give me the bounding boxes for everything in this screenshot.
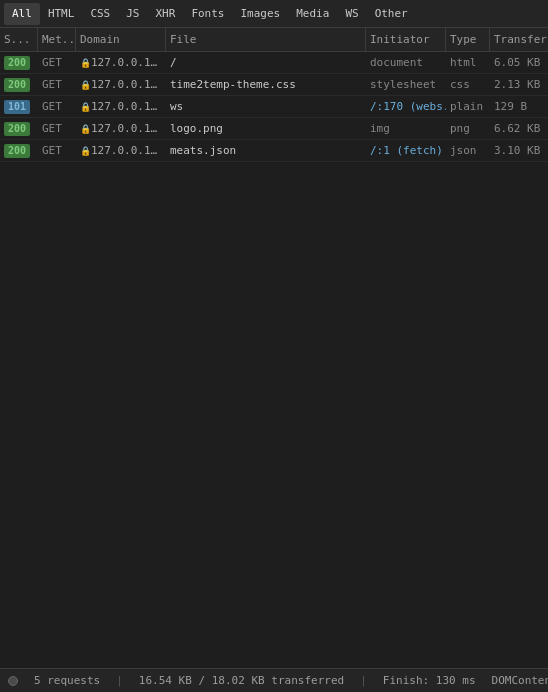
lock-icon: 🔒 bbox=[80, 146, 91, 156]
col-header-method[interactable]: Met... bbox=[38, 28, 76, 51]
cell-file: meats.json bbox=[166, 140, 366, 161]
col-header-type[interactable]: Type bbox=[446, 28, 490, 51]
filter-tab-other[interactable]: Other bbox=[367, 3, 416, 25]
cell-file: time2temp-theme.css bbox=[166, 74, 366, 95]
col-header-domain[interactable]: Domain bbox=[76, 28, 166, 51]
col-header-file[interactable]: File bbox=[166, 28, 366, 51]
status-indicator bbox=[8, 676, 18, 686]
status-badge: 200 bbox=[4, 78, 30, 92]
cell-type: json bbox=[446, 140, 490, 161]
table-row[interactable]: 200GET🔒127.0.0.1...meats.json/:1 (fetch)… bbox=[0, 140, 548, 162]
cell-file: logo.png bbox=[166, 118, 366, 139]
cell-method: GET bbox=[38, 118, 76, 139]
cell-type: png bbox=[446, 118, 490, 139]
cell-type: plain bbox=[446, 96, 490, 117]
cell-method: GET bbox=[38, 74, 76, 95]
filter-tab-js[interactable]: JS bbox=[118, 3, 147, 25]
filter-tab-fonts[interactable]: Fonts bbox=[183, 3, 232, 25]
cell-method: GET bbox=[38, 140, 76, 161]
cell-initiator: /:1 (fetch) bbox=[366, 140, 446, 161]
table-row[interactable]: 200GET🔒127.0.0.1.../documenthtml6.05 KB bbox=[0, 52, 548, 74]
cell-domain: 🔒127.0.0.1... bbox=[76, 96, 166, 117]
domain-text: 127.0.0.1... bbox=[91, 56, 162, 69]
domain-text: 127.0.0.1... bbox=[91, 100, 162, 113]
cell-domain: 🔒127.0.0.1... bbox=[76, 140, 166, 161]
lock-icon: 🔒 bbox=[80, 124, 91, 134]
filter-tab-media[interactable]: Media bbox=[288, 3, 337, 25]
cell-domain: 🔒127.0.0.1... bbox=[76, 74, 166, 95]
table-header: S... Met... Domain File Initiator Type T… bbox=[0, 28, 548, 52]
cell-status: 200 bbox=[0, 74, 38, 95]
lock-icon: 🔒 bbox=[80, 102, 91, 112]
cell-status: 200 bbox=[0, 52, 38, 73]
filter-tab-images[interactable]: Images bbox=[233, 3, 289, 25]
transfer-size: 16.54 KB / 18.02 KB transferred bbox=[139, 674, 344, 687]
cell-file: / bbox=[166, 52, 366, 73]
status-badge: 101 bbox=[4, 100, 30, 114]
table-body: 200GET🔒127.0.0.1.../documenthtml6.05 KB2… bbox=[0, 52, 548, 668]
cell-type: css bbox=[446, 74, 490, 95]
domain-text: 127.0.0.1... bbox=[91, 122, 162, 135]
cell-status: 101 bbox=[0, 96, 38, 117]
lock-icon: 🔒 bbox=[80, 80, 91, 90]
lock-icon: 🔒 bbox=[80, 58, 91, 68]
cell-type: html bbox=[446, 52, 490, 73]
network-table: S... Met... Domain File Initiator Type T… bbox=[0, 28, 548, 668]
cell-transferred: 6.05 KB bbox=[490, 52, 548, 73]
status-badge: 200 bbox=[4, 144, 30, 158]
cell-transferred: 2.13 KB bbox=[490, 74, 548, 95]
finish-time: Finish: 130 ms bbox=[383, 674, 476, 687]
filter-tab-ws[interactable]: WS bbox=[337, 3, 366, 25]
table-row[interactable]: 200GET🔒127.0.0.1...time2temp-theme.cssst… bbox=[0, 74, 548, 96]
cell-method: GET bbox=[38, 96, 76, 117]
col-header-status[interactable]: S... bbox=[0, 28, 38, 51]
table-row[interactable]: 101GET🔒127.0.0.1...ws/:170 (webs...plain… bbox=[0, 96, 548, 118]
filter-bar: AllHTMLCSSJSXHRFontsImagesMediaWSOther bbox=[0, 0, 548, 28]
status-badge: 200 bbox=[4, 122, 30, 136]
cell-domain: 🔒127.0.0.1... bbox=[76, 118, 166, 139]
col-header-initiator[interactable]: Initiator bbox=[366, 28, 446, 51]
cell-transferred: 6.62 KB bbox=[490, 118, 548, 139]
table-row[interactable]: 200GET🔒127.0.0.1...logo.pngimgpng6.62 KB bbox=[0, 118, 548, 140]
cell-initiator: document bbox=[366, 52, 446, 73]
request-count: 5 requests bbox=[34, 674, 100, 687]
cell-initiator: img bbox=[366, 118, 446, 139]
cell-domain: 🔒127.0.0.1... bbox=[76, 52, 166, 73]
dom-content-loaded: DOMContentLoaded: 97 ms bbox=[492, 674, 548, 687]
status-bar: 5 requests | 16.54 KB / 18.02 KB transfe… bbox=[0, 668, 548, 692]
filter-tab-all[interactable]: All bbox=[4, 3, 40, 25]
cell-transferred: 3.10 KB bbox=[490, 140, 548, 161]
domain-text: 127.0.0.1... bbox=[91, 144, 162, 157]
cell-transferred: 129 B bbox=[490, 96, 548, 117]
cell-initiator: /:170 (webs... bbox=[366, 96, 446, 117]
cell-initiator: stylesheet bbox=[366, 74, 446, 95]
filter-tab-html[interactable]: HTML bbox=[40, 3, 83, 25]
filter-tab-css[interactable]: CSS bbox=[82, 3, 118, 25]
domain-text: 127.0.0.1... bbox=[91, 78, 162, 91]
col-header-transferred[interactable]: Transferred bbox=[490, 28, 548, 51]
status-badge: 200 bbox=[4, 56, 30, 70]
cell-status: 200 bbox=[0, 118, 38, 139]
cell-file: ws bbox=[166, 96, 366, 117]
filter-tab-xhr[interactable]: XHR bbox=[148, 3, 184, 25]
cell-status: 200 bbox=[0, 140, 38, 161]
cell-method: GET bbox=[38, 52, 76, 73]
